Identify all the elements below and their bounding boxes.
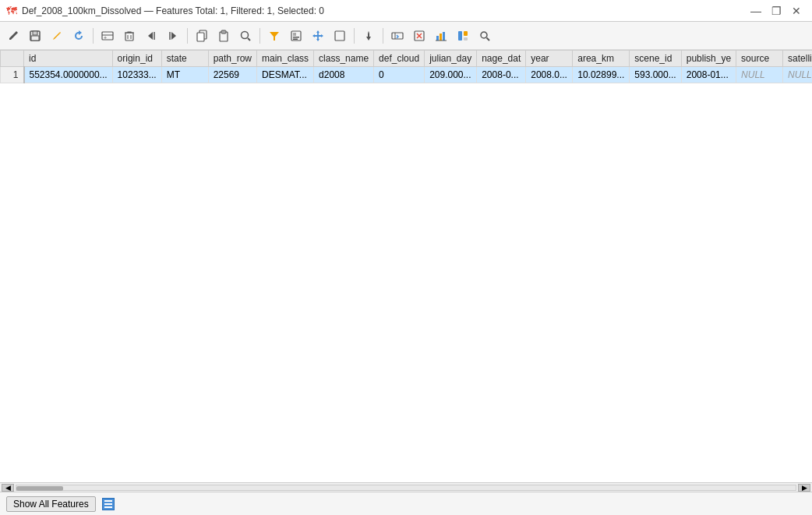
cell-publish-ye: 2008-01... bbox=[681, 67, 736, 83]
svg-rect-1 bbox=[33, 31, 37, 35]
toolbar: + bbox=[0, 22, 812, 50]
show-all-features-button[interactable]: Show All Features bbox=[6, 496, 96, 512]
svg-rect-44 bbox=[104, 503, 112, 505]
forward-icon[interactable] bbox=[163, 26, 183, 46]
cell-year: 2008.0... bbox=[526, 67, 573, 83]
cell-path-row: 22569 bbox=[208, 67, 256, 83]
cell-state: MT bbox=[161, 67, 208, 83]
svg-rect-14 bbox=[197, 33, 204, 41]
svg-rect-40 bbox=[464, 37, 468, 41]
refresh-icon[interactable] bbox=[69, 26, 89, 46]
separator-1 bbox=[93, 28, 94, 44]
delete-row-icon[interactable] bbox=[119, 26, 139, 46]
svg-rect-39 bbox=[464, 31, 468, 36]
save-icon[interactable] bbox=[25, 26, 45, 46]
title-bar-left: 🗺 Def_2008_100km_Dissolved — Features To… bbox=[6, 5, 324, 17]
title-bar-controls: — ❐ ✕ bbox=[747, 3, 806, 19]
cell-source: NULL bbox=[736, 67, 783, 83]
svg-rect-22 bbox=[293, 37, 299, 38]
stats-icon[interactable] bbox=[431, 26, 451, 46]
header-scene-id[interactable]: scene_id bbox=[630, 51, 681, 67]
header-julian-day[interactable]: julian_day bbox=[425, 51, 477, 67]
svg-marker-19 bbox=[270, 32, 279, 41]
pan-icon[interactable] bbox=[358, 26, 379, 46]
header-image-date[interactable]: nage_dat bbox=[477, 51, 526, 67]
svg-rect-21 bbox=[293, 33, 296, 36]
back-icon[interactable] bbox=[141, 26, 161, 46]
maximize-button[interactable]: ❐ bbox=[767, 3, 786, 19]
svg-rect-6 bbox=[125, 33, 133, 41]
header-main-class[interactable]: main_class bbox=[257, 51, 314, 67]
zoom-icon[interactable] bbox=[235, 26, 256, 46]
scrollbar-track[interactable] bbox=[16, 485, 796, 491]
svg-marker-9 bbox=[148, 32, 153, 40]
title-bar: 🗺 Def_2008_100km_Dissolved — Features To… bbox=[0, 0, 812, 22]
table-options-icon[interactable] bbox=[102, 498, 115, 510]
svg-line-42 bbox=[487, 37, 490, 41]
separator-3 bbox=[259, 28, 260, 44]
select-all-icon[interactable] bbox=[286, 26, 306, 46]
svg-marker-27 bbox=[321, 34, 323, 37]
close-button[interactable]: ✕ bbox=[787, 3, 806, 19]
window-title: Def_2008_100km_Dissolved — Features Tota… bbox=[22, 5, 324, 16]
svg-point-41 bbox=[481, 32, 487, 38]
add-row-icon[interactable]: + bbox=[97, 26, 118, 46]
scroll-left-btn[interactable]: ◀ bbox=[2, 484, 14, 492]
table-header: id origin_id state path_row main_class c… bbox=[1, 51, 813, 67]
svg-line-18 bbox=[248, 38, 250, 41]
attribute-table-container[interactable]: id origin_id state path_row main_class c… bbox=[0, 50, 812, 482]
header-rownum bbox=[1, 51, 24, 67]
cell-class-name: d2008 bbox=[314, 67, 374, 83]
svg-rect-35 bbox=[440, 34, 442, 41]
paste-icon[interactable] bbox=[214, 26, 234, 46]
conditional-icon[interactable] bbox=[453, 26, 473, 46]
status-bar: Show All Features bbox=[0, 492, 812, 515]
header-year[interactable]: year bbox=[526, 51, 573, 67]
separator-2 bbox=[187, 28, 188, 44]
header-satellite[interactable]: satellite bbox=[783, 51, 812, 67]
header-source[interactable]: source bbox=[736, 51, 783, 67]
cell-id: 552354.0000000... bbox=[24, 67, 113, 83]
separator-4 bbox=[354, 28, 355, 44]
svg-point-17 bbox=[242, 31, 249, 38]
header-id[interactable]: id bbox=[24, 51, 113, 67]
minimize-button[interactable]: — bbox=[747, 3, 765, 19]
draw-icon[interactable] bbox=[47, 26, 67, 46]
edit-icon[interactable] bbox=[3, 26, 23, 46]
header-origin-id[interactable]: origin_id bbox=[112, 51, 161, 67]
cell-image-date: 2008-0... bbox=[477, 67, 526, 83]
header-path-row[interactable]: path_row bbox=[208, 51, 256, 67]
svg-rect-23 bbox=[293, 38, 298, 40]
deselect-icon[interactable] bbox=[330, 26, 350, 46]
cell-origin-id: 102333... bbox=[112, 67, 161, 83]
scrollbar-thumb[interactable] bbox=[16, 486, 63, 491]
search-icon[interactable] bbox=[475, 26, 495, 46]
horizontal-scrollbar[interactable]: ◀ ▶ bbox=[0, 482, 812, 492]
cell-julian-day: 209.000... bbox=[425, 67, 477, 83]
header-publish-ye[interactable]: publish_ye bbox=[681, 51, 736, 67]
svg-rect-45 bbox=[104, 506, 112, 508]
cell-scene-id: 593.000... bbox=[630, 67, 681, 83]
copy-icon[interactable] bbox=[192, 26, 212, 46]
svg-rect-16 bbox=[221, 30, 226, 34]
table-row[interactable]: 1 552354.0000000... 102333... MT 22569 D… bbox=[1, 67, 813, 83]
header-state[interactable]: state bbox=[161, 51, 208, 67]
table-body: 1 552354.0000000... 102333... MT 22569 D… bbox=[1, 67, 813, 83]
svg-marker-11 bbox=[171, 32, 176, 40]
svg-text:+: + bbox=[104, 35, 107, 41]
cell-area-km: 10.02899... bbox=[573, 67, 630, 83]
scroll-right-btn[interactable]: ▶ bbox=[798, 484, 810, 492]
svg-marker-26 bbox=[312, 34, 315, 37]
field-calc-icon[interactable] bbox=[409, 26, 429, 46]
cell-def-cloud: 0 bbox=[374, 67, 425, 83]
header-area-km[interactable]: area_km bbox=[573, 51, 630, 67]
app-icon: 🗺 bbox=[6, 5, 17, 17]
header-def-cloud[interactable]: def_cloud bbox=[374, 51, 425, 67]
svg-marker-24 bbox=[316, 30, 320, 33]
field-edit-icon[interactable] bbox=[387, 26, 408, 46]
filter-icon[interactable] bbox=[264, 26, 284, 46]
move-icon[interactable] bbox=[308, 26, 328, 46]
header-class-name[interactable]: class_name bbox=[314, 51, 374, 67]
svg-rect-38 bbox=[458, 31, 462, 41]
separator-5 bbox=[383, 28, 383, 44]
